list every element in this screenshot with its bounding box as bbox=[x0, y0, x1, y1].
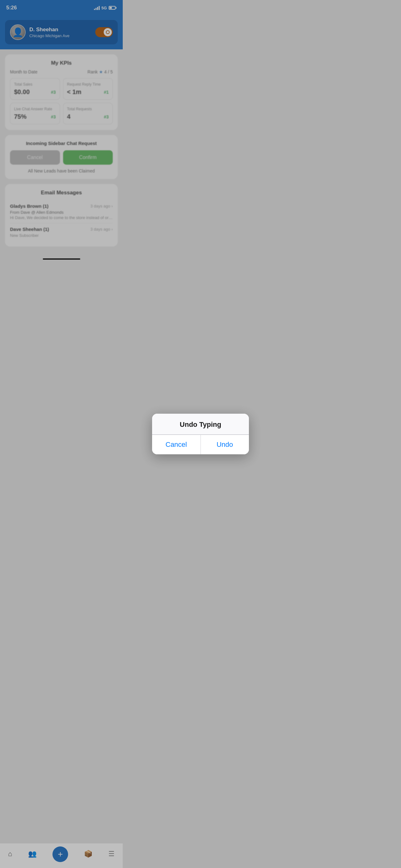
modal-overlay[interactable]: Undo Typing Cancel Undo bbox=[0, 0, 123, 266]
